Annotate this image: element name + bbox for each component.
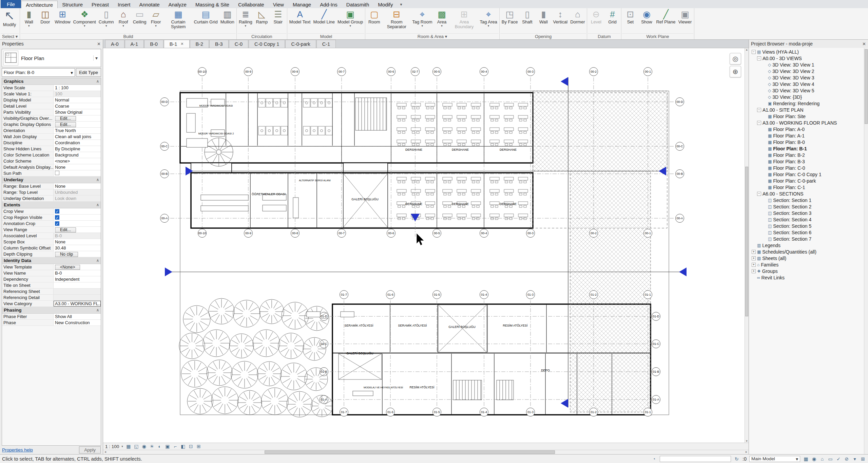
property-value-wall-join-display[interactable]: Clean all wall joins [54, 134, 101, 140]
property-value-title-on-sheet[interactable] [54, 282, 101, 288]
property-value-scale-value-1[interactable]: 100 [54, 91, 101, 97]
view-tab-c-1[interactable]: C-1 [316, 40, 336, 48]
property-value-visibility-graphics-over[interactable]: Edit... [54, 115, 101, 121]
property-value-dependency[interactable]: Independent [54, 276, 101, 282]
property-value-discipline[interactable]: Coordination [54, 140, 101, 146]
view-tab-c-0-copy-1[interactable]: C-0 Copy 1 [249, 40, 285, 48]
property-value-graphic-display-options[interactable]: Edit... [54, 122, 101, 127]
browser-item-rendering-rendering[interactable]: ▣Rendering: Rendering [749, 100, 868, 107]
type-selector[interactable]: Floor Plan ▾ [2, 49, 101, 67]
button-view-template[interactable]: <None> [55, 265, 80, 270]
property-value-referencing-detail[interactable] [54, 295, 101, 300]
ribbon-tab-view[interactable]: View [269, 1, 288, 8]
properties-help-link[interactable]: Properties help [2, 447, 33, 452]
ribbon-panel-label-build[interactable]: Build [21, 33, 236, 39]
properties-close-icon[interactable]: ✕ [97, 41, 101, 47]
view-scale-button[interactable]: 1 : 100 [105, 444, 119, 449]
steering-wheel-icon[interactable]: ◎ [730, 53, 741, 64]
viewbar-icon-4[interactable]: ☀ [149, 444, 155, 449]
ribbon-tool-curtain-grid[interactable]: ▤Curtain Grid [193, 8, 219, 25]
view-tab-b-0[interactable]: B-0 [144, 40, 163, 48]
ribbon-tool-roof[interactable]: ⌂Roof▾ [115, 8, 132, 27]
ribbon-tool-set[interactable]: ⊡Set [622, 8, 638, 25]
hscroll-thumb[interactable] [265, 450, 555, 454]
ribbon-tool-door[interactable]: ◫Door [37, 8, 53, 25]
editing-requests-icon[interactable]: ↻ [734, 456, 740, 462]
ribbon-tool-model-line[interactable]: ╱Model Line [312, 8, 336, 25]
canvas-vertical-scrollbar[interactable]: ▲▼ [745, 48, 749, 443]
checkbox-annotation-crop[interactable]: ✓ [55, 221, 59, 226]
ribbon-tool-viewer[interactable]: ▣Viewer [677, 8, 693, 25]
browser-item-floor-plan-c-0-park[interactable]: ▦Floor Plan: C-0-park [749, 178, 868, 184]
browser-item-section-section-7[interactable]: ◫Section: Section 7 [749, 236, 868, 242]
browser-item-section-section-2[interactable]: ◫Section: Section 2 [749, 203, 868, 210]
file-menu-button[interactable]: File [1, 0, 21, 8]
properties-section-extents[interactable]: Extents∧ [2, 202, 101, 208]
view-tab-b-3[interactable]: B-3 [209, 40, 229, 48]
ribbon-tool-modify[interactable]: ↖Modify [1, 8, 18, 27]
ribbon-tool-grid[interactable]: #Grid [604, 8, 620, 25]
browser-item-a0-00-3d-views[interactable]: −A0.00 - 3D VIEWS [749, 55, 868, 61]
property-value-column-symbolic-offset[interactable]: 30.48 [54, 245, 101, 251]
tree-expand-icon[interactable]: − [752, 50, 756, 54]
ribbon-tab-analyze[interactable]: Analyze [164, 1, 191, 8]
property-value-phase[interactable]: New Construction [54, 320, 101, 326]
ribbon-tool-component[interactable]: ❖Component▾ [72, 8, 97, 27]
status-icon-7[interactable]: ▾ [852, 456, 858, 462]
property-value-detail-level[interactable]: Coarse [54, 103, 101, 109]
edit-type-button[interactable]: Edit Type [76, 68, 101, 77]
ribbon-tool-dormer[interactable]: ⌂Dormer [569, 8, 586, 25]
ribbon-tab-collaborate[interactable]: Collaborate [234, 1, 269, 8]
browser-item-a1-00-site-plan[interactable]: −A1.00 - SITE PLAN [749, 107, 868, 113]
property-value-orientation[interactable]: True North [54, 128, 101, 133]
browser-item-floor-plan-b-0[interactable]: ▦Floor Plan: B-0 [749, 139, 868, 145]
ribbon-tab-structure[interactable]: Structure [58, 1, 87, 8]
property-value-parts-visibility[interactable]: Show Original [54, 109, 101, 115]
ribbon-tool-wall[interactable]: ▮Wall [535, 8, 552, 25]
ribbon-tab-manage[interactable]: Manage [288, 1, 315, 8]
ribbon-panel-label-work-plane[interactable]: Work Plane [622, 33, 693, 39]
viewbar-icon-2[interactable]: ◱ [133, 444, 139, 449]
ribbon-tool-ref-plane[interactable]: ╱Ref Plane [655, 8, 677, 25]
browser-item-a3-00-working-floor-plans[interactable]: −A3.00 - WORKING FLOOR PLANS [749, 119, 868, 126]
status-icon-5[interactable]: ✓ [835, 456, 842, 462]
property-value-range-top-level[interactable]: Unbounded [54, 189, 101, 195]
properties-section-phasing[interactable]: Phasing∧ [2, 307, 101, 314]
property-value-view-name[interactable]: B-0 [54, 270, 101, 276]
button-view-range[interactable]: Edit... [55, 227, 76, 233]
tree-expand-icon[interactable]: − [757, 108, 761, 112]
ribbon-tool-mullion[interactable]: ▥Mullion [219, 8, 236, 25]
ribbon-tab-datasmith[interactable]: Datasmith [342, 1, 374, 8]
status-icon-8[interactable]: ⊞ [860, 456, 866, 462]
tree-expand-icon[interactable]: − [757, 121, 761, 125]
ribbon-tab-architecture[interactable]: Architecture [21, 1, 58, 8]
browser-item-floor-plan-c-0[interactable]: ▦Floor Plan: C-0 [749, 165, 868, 171]
status-icon-3[interactable]: ⌂ [819, 456, 825, 462]
button-graphic-display-options[interactable]: Edit... [55, 122, 76, 127]
drawing-canvas[interactable]: 00-1000-1000-900-900-800-800-700-700-600… [103, 48, 749, 443]
viewbar-icon-3[interactable]: ◉ [141, 444, 147, 449]
ribbon-tool-stair[interactable]: ☰Stair [270, 8, 286, 25]
tree-expand-icon[interactable]: + [752, 269, 756, 273]
properties-section-graphics[interactable]: Graphics∧ [2, 78, 101, 85]
viewbar-icon-10[interactable]: ⊞ [196, 444, 202, 449]
checkbox-crop-view[interactable]: ✓ [55, 209, 59, 214]
view-tab-b-2[interactable]: B-2 [190, 40, 209, 48]
ribbon-tab-insert[interactable]: Insert [113, 1, 135, 8]
ribbon-panel-label-circulation[interactable]: Circulation [237, 33, 286, 39]
ribbon-tool-ramp[interactable]: ◺Ramp [254, 8, 270, 25]
type-selector-caret-icon[interactable]: ▾ [93, 55, 99, 61]
close-view-tab-icon[interactable]: ✕ [180, 42, 184, 46]
checkbox-sun-path[interactable] [55, 171, 59, 175]
ribbon-panel-label-model[interactable]: Model [288, 33, 364, 39]
viewbar-icon-7[interactable]: ⌐ [172, 444, 178, 449]
browser-item-3d-view-3d-view-5[interactable]: ◇3D View: 3D View 5 [749, 87, 868, 94]
property-value-view-template[interactable]: <None> [54, 264, 101, 270]
property-value-referencing-sheet[interactable] [54, 289, 101, 294]
view-tab-a-1[interactable]: A-1 [125, 40, 144, 48]
property-value-color-scheme[interactable]: <none> [54, 158, 101, 164]
property-value-view-scale[interactable]: 1 : 100 [54, 85, 101, 91]
ribbon-tool-model-group[interactable]: ▣Model Group▾ [336, 8, 364, 27]
browser-item-3d-view-3d-view-1[interactable]: ◇3D View: 3D View 1 [749, 61, 868, 68]
ribbon-tool-model-text[interactable]: AModel Text [288, 8, 312, 25]
